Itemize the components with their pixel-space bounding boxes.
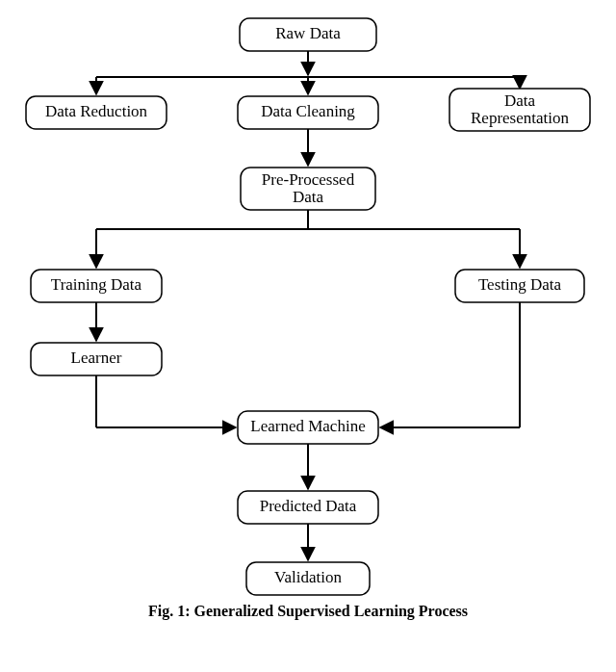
label-learned-machine: Learned Machine [250, 417, 365, 435]
label-learner: Learner [71, 349, 122, 367]
label-pre-2: Data [293, 188, 324, 206]
label-pre-1: Pre-Processed [262, 170, 355, 189]
label-validation: Validation [274, 568, 342, 586]
label-data-rep-1: Data [504, 91, 536, 110]
label-raw-data: Raw Data [275, 24, 341, 42]
flowchart: Raw Data Data Reduction Data Cleaning Da… [0, 0, 616, 672]
label-data-rep-2: Representation [471, 109, 569, 127]
figure-caption: Fig. 1: Generalized Supervised Learning … [148, 603, 468, 620]
label-testing: Testing Data [478, 275, 562, 294]
label-predicted: Predicted Data [260, 497, 357, 515]
label-data-reduction: Data Reduction [45, 102, 148, 120]
label-training: Training Data [51, 275, 142, 294]
label-data-cleaning: Data Cleaning [261, 102, 355, 120]
